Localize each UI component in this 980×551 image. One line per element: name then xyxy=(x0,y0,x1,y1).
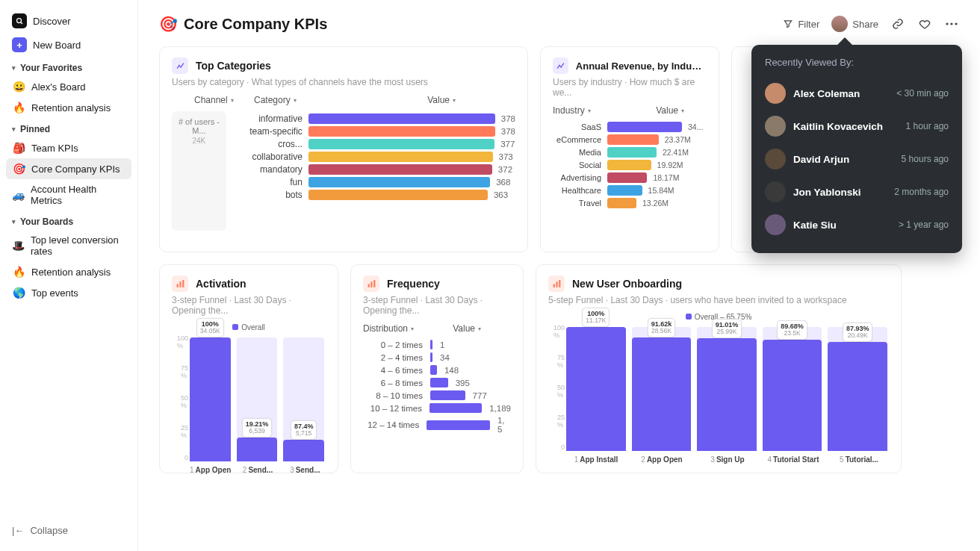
viewer-time: 1 hour ago xyxy=(906,121,949,131)
pinned-header[interactable]: ▾Pinned xyxy=(6,118,131,137)
sidebar-item[interactable]: 🎒Team KPIs xyxy=(6,137,131,158)
col-distribution[interactable]: Distribution▾ xyxy=(363,323,414,334)
card-onboarding: New User Onboarding 5-step Funnel · Last… xyxy=(536,264,902,473)
favorites-header[interactable]: ▾Your Favorites xyxy=(6,57,131,76)
card-subtitle: 5-step Funnel · Last 30 Days · users who… xyxy=(548,295,889,305)
viewer-row[interactable]: Alex Coleman< 30 min ago xyxy=(765,77,949,110)
bar-row: eCommerce23.37M xyxy=(553,134,707,145)
viewer-row[interactable]: David Arjun5 hours ago xyxy=(765,143,949,175)
bar-label: bots xyxy=(235,190,303,200)
sidebar-new-board-label: New Board xyxy=(33,40,81,51)
bar-row: bots363 xyxy=(235,190,515,200)
channel-sidebox[interactable]: # of users - M... 24K xyxy=(172,111,226,231)
bar-label: 12 – 14 times xyxy=(363,420,419,429)
col-channel[interactable]: Channel▾ xyxy=(194,95,246,105)
share-avatar xyxy=(831,16,848,32)
item-label: Core Company KPIs xyxy=(31,164,120,175)
bar-value: 22.41M xyxy=(663,148,689,157)
bar-row: Media22.41M xyxy=(553,147,707,158)
bar-value: 18.17M xyxy=(653,173,679,182)
viewer-row[interactable]: Kaitlin Kovacevich1 hour ago xyxy=(765,110,949,143)
sidebar-new-board[interactable]: + New Board xyxy=(6,33,131,57)
card-annual-revenue: Annual Revenue, by Industry Users by ind… xyxy=(540,46,719,252)
card-title: Top Categories xyxy=(196,60,271,72)
collapse-sidebar[interactable]: |← Collapse xyxy=(6,519,131,542)
sidebar-item[interactable]: 🎯Core Company KPIs xyxy=(6,158,131,179)
recently-viewed-popover: Recently Viewed By: Alex Coleman< 30 min… xyxy=(751,45,962,253)
col-distribution-label: Distribution xyxy=(363,323,408,334)
chevron-down-icon: ▾ xyxy=(12,125,16,133)
yaxis: 100%75%50%25%0 xyxy=(548,324,565,451)
bar-value: 15.84M xyxy=(648,186,674,195)
share-button[interactable]: Share xyxy=(831,16,878,32)
bar-value: 23.37M xyxy=(665,135,691,144)
funnel-xlabel: 3Send... xyxy=(285,466,326,474)
col-value[interactable]: Value▾ xyxy=(427,95,456,105)
viewer-name: Jon Yablonski xyxy=(793,187,887,198)
bar xyxy=(607,160,651,170)
item-label: Retention analysis xyxy=(31,102,111,113)
col-value[interactable]: Value▾ xyxy=(656,105,684,116)
viewer-row[interactable]: Katie Siu> 1 year ago xyxy=(765,208,949,241)
funnel-bar: 19.21%6,539 xyxy=(237,337,278,461)
item-emoji: 🎒 xyxy=(12,142,25,154)
col-value-label: Value xyxy=(453,323,475,334)
col-category-label: Category xyxy=(254,95,291,105)
viewer-time: < 30 min ago xyxy=(896,88,949,99)
sidebar-item[interactable]: 🌎Top events xyxy=(6,282,131,303)
bar xyxy=(429,403,482,413)
header-row: 🎯 Core Company KPIs Filter Share xyxy=(159,15,959,33)
sidebox-label: # of users - M... xyxy=(178,117,220,135)
bar xyxy=(308,113,495,124)
sidebar-item[interactable]: 🎩Top level conversion rates xyxy=(6,230,131,261)
bar-value: 13.26M xyxy=(642,199,669,208)
link-icon[interactable] xyxy=(890,16,905,31)
favorites-header-label: Your Favorites xyxy=(20,63,82,73)
col-value[interactable]: Value▾ xyxy=(453,323,481,334)
viewer-row[interactable]: Jon Yablonski2 months ago xyxy=(765,175,949,208)
bar-value: 378 xyxy=(501,114,515,123)
bar-label: SaaS xyxy=(553,122,601,131)
bar-label: 2 – 4 times xyxy=(363,353,423,362)
chevron-down-icon: ▾ xyxy=(681,108,684,114)
bar-value: 372 xyxy=(498,165,512,174)
more-icon[interactable] xyxy=(944,16,959,31)
bar xyxy=(308,190,488,200)
item-emoji: 🌎 xyxy=(12,287,25,299)
viewer-name: Alex Coleman xyxy=(793,88,889,99)
sidebar-item[interactable]: 🔥Retention analysis xyxy=(6,97,131,118)
sidebar-discover[interactable]: Discover xyxy=(6,9,131,33)
bar-value: 378 xyxy=(501,127,515,136)
sidebar-item[interactable]: 🚙Account Health Metrics xyxy=(6,179,131,211)
filter-button[interactable]: Filter xyxy=(783,19,819,30)
sidebar-item[interactable]: 😀Alex's Board xyxy=(6,76,131,97)
bar-row: mandatory372 xyxy=(235,164,515,175)
bar-row: 4 – 6 times148 xyxy=(363,365,511,375)
bar-label: informative xyxy=(235,113,303,124)
bar-row: Healthcare15.84M xyxy=(553,185,707,196)
col-category[interactable]: Category▾ xyxy=(254,95,314,105)
funnel-xlabel: 2Send... xyxy=(237,466,278,474)
svg-rect-11 xyxy=(556,281,557,287)
item-emoji: 🎩 xyxy=(12,240,25,252)
bar-label: collaborative xyxy=(235,152,303,162)
bar xyxy=(308,164,492,175)
svg-rect-10 xyxy=(553,284,554,287)
avatar xyxy=(765,83,786,104)
chevron-down-icon: ▾ xyxy=(478,326,481,332)
bar-label: eCommerce xyxy=(553,135,601,144)
bar xyxy=(607,134,659,145)
item-emoji: 🚙 xyxy=(12,189,25,201)
bar xyxy=(607,172,647,183)
funnel-bar: 100%11.17K xyxy=(566,327,626,451)
yaxis: 100%75%50%25%0 xyxy=(172,334,188,461)
card-title: New User Onboarding xyxy=(572,278,682,290)
chevron-down-icon: ▾ xyxy=(588,108,591,114)
col-industry-label: Industry xyxy=(553,105,585,116)
bar-label: mandatory xyxy=(235,164,303,175)
boards-header[interactable]: ▾Your Boards xyxy=(6,211,131,230)
sidebar-item[interactable]: 🔥Retention analysis xyxy=(6,261,131,282)
col-industry[interactable]: Industry▾ xyxy=(553,105,591,116)
bar xyxy=(607,185,642,196)
heart-icon[interactable] xyxy=(917,16,932,31)
